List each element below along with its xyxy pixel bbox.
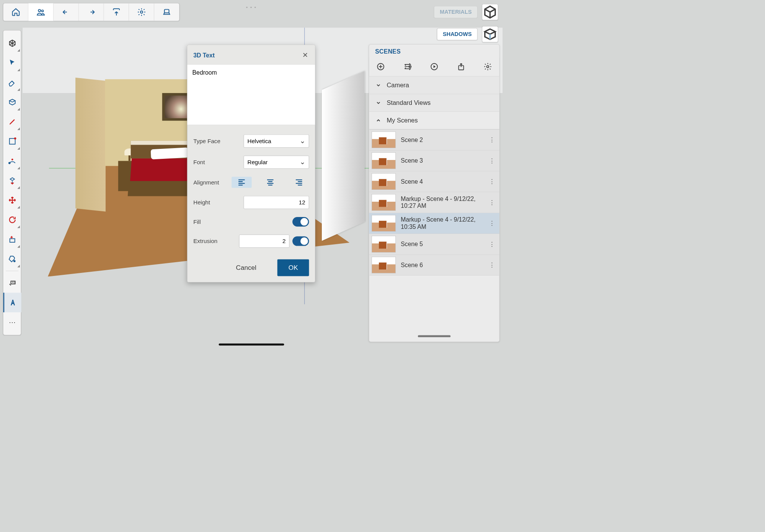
align-left-button[interactable] (232, 177, 252, 188)
dialog-title: 3D Text (193, 52, 215, 59)
scene-settings-button[interactable] (483, 62, 493, 72)
scene-label: Scene 4 (401, 178, 482, 185)
scene-item[interactable]: Scene 4 ⋮ (369, 171, 499, 192)
scene-more-icon[interactable]: ⋮ (487, 199, 497, 206)
scene-more-icon[interactable]: ⋮ (487, 261, 497, 269)
room-side-wall (322, 71, 365, 241)
svg-text:A1: A1 (12, 281, 15, 284)
svg-point-5 (9, 162, 10, 164)
select-tool[interactable] (3, 53, 21, 73)
pushpull-tool[interactable] (3, 230, 21, 249)
svg-rect-7 (10, 239, 15, 242)
cancel-button[interactable]: Cancel (225, 259, 268, 276)
section-standard-views[interactable]: Standard Views (369, 94, 499, 112)
paint-tool[interactable] (3, 249, 21, 269)
left-toolbar: A1 ⋯ (3, 30, 21, 335)
pencil-tool[interactable] (3, 112, 21, 131)
scene-more-icon[interactable]: ⋮ (487, 219, 497, 227)
scenes-toolbar (369, 57, 499, 76)
settings-button[interactable] (129, 3, 154, 21)
add-scene-button[interactable] (376, 62, 386, 72)
extrusion-label: Extrusion (193, 238, 217, 245)
scene-thumbnail (372, 194, 396, 211)
drag-handle-dots-icon[interactable]: • • • (246, 5, 257, 10)
undo-button[interactable] (54, 3, 79, 21)
scene-thumbnail (372, 173, 396, 190)
materials-chip[interactable]: MATERIALS (434, 6, 477, 18)
dimension-tool[interactable]: A1 (3, 273, 21, 293)
scene-more-icon[interactable]: ⋮ (487, 240, 497, 248)
shadows-chip[interactable]: SHADOWS (437, 28, 478, 41)
import-button[interactable] (104, 3, 129, 21)
scene-label: Scene 3 (401, 157, 482, 164)
fill-label: Fill (193, 219, 201, 225)
line-tool[interactable] (3, 132, 21, 151)
typeface-select[interactable]: Helvetica (244, 134, 309, 147)
scene-label: Scene 5 (401, 241, 482, 248)
3dtext-tool[interactable] (3, 293, 21, 312)
section-my-scenes[interactable]: My Scenes (369, 112, 499, 129)
scene-thumbnail (372, 215, 396, 232)
home-button[interactable] (3, 3, 29, 21)
scene-item[interactable]: Markup - Scene 4 - 9/12/22, 10:35 AM ⋮ (369, 213, 499, 234)
scene-label: Scene 2 (401, 136, 482, 143)
update-scene-button[interactable] (403, 62, 413, 72)
alignment-label: Alignment (193, 179, 219, 186)
chevron-down-icon (375, 82, 382, 88)
3dtext-input[interactable]: Bedroom (187, 65, 315, 125)
eraser-tool[interactable] (3, 73, 21, 92)
offset-tool[interactable] (3, 171, 21, 190)
section-camera[interactable]: Camera (369, 77, 499, 94)
scene-label: Scene 6 (401, 261, 482, 268)
align-right-button[interactable] (289, 177, 309, 188)
materials-icon-button[interactable] (482, 4, 498, 20)
scenes-panel: SCENES Camera Standard Views My Scenes S… (369, 44, 500, 342)
arc-tool[interactable] (3, 151, 21, 171)
export-button[interactable] (154, 3, 179, 21)
redo-button[interactable] (79, 3, 104, 21)
scene-item[interactable]: Markup - Scene 4 - 9/12/22, 10:27 AM ⋮ (369, 192, 499, 213)
close-icon[interactable]: ✕ (301, 50, 309, 60)
share-scene-button[interactable] (456, 62, 466, 72)
scene-list: Scene 2 ⋮ Scene 3 ⋮ Scene 4 ⋮ Markup - S… (369, 129, 499, 276)
extrusion-input[interactable] (239, 235, 289, 248)
orbit-tool[interactable] (3, 33, 21, 53)
play-scenes-button[interactable] (429, 62, 439, 72)
height-input[interactable] (244, 196, 309, 209)
fill-toggle[interactable] (292, 217, 309, 227)
home-indicator (219, 343, 284, 345)
scenes-panel-title: SCENES (375, 48, 401, 55)
section-camera-label: Camera (387, 82, 409, 89)
scene-more-icon[interactable]: ⋮ (487, 136, 497, 144)
svg-point-2 (140, 11, 143, 13)
shapes-tool[interactable] (3, 92, 21, 112)
people-button[interactable] (28, 3, 54, 21)
svg-rect-3 (10, 139, 15, 144)
panel-drag-bar[interactable] (418, 335, 450, 337)
scene-item[interactable]: Scene 6 ⋮ (369, 255, 499, 276)
chevron-down-icon (375, 100, 382, 106)
shadows-icon-button[interactable] (482, 26, 498, 42)
scene-item[interactable]: Scene 3 ⋮ (369, 150, 499, 171)
ok-button[interactable]: OK (277, 259, 309, 276)
font-select[interactable]: Regular (244, 156, 309, 169)
scene-label: Markup - Scene 4 - 9/12/22, 10:35 AM (401, 216, 482, 230)
3d-text-dialog: 3D Text ✕ Bedroom Type Face Helvetica Fo… (187, 45, 315, 282)
scene-item[interactable]: Scene 5 ⋮ (369, 234, 499, 255)
more-tools[interactable]: ⋯ (3, 312, 21, 332)
scene-more-icon[interactable]: ⋮ (487, 157, 497, 165)
extrusion-toggle[interactable] (292, 237, 309, 246)
font-label: Font (193, 159, 205, 166)
chevron-up-icon (375, 117, 382, 124)
scene-thumbnail (372, 152, 396, 169)
pillow (151, 147, 189, 159)
svg-point-8 (14, 260, 15, 262)
rotate-tool[interactable] (3, 210, 21, 230)
move-tool[interactable] (3, 190, 21, 210)
scene-thumbnail (372, 132, 396, 148)
scene-more-icon[interactable]: ⋮ (487, 178, 497, 185)
scene-item[interactable]: Scene 2 ⋮ (369, 129, 499, 150)
top-toolbar (3, 3, 179, 21)
svg-point-0 (38, 10, 41, 12)
align-center-button[interactable] (260, 177, 281, 188)
